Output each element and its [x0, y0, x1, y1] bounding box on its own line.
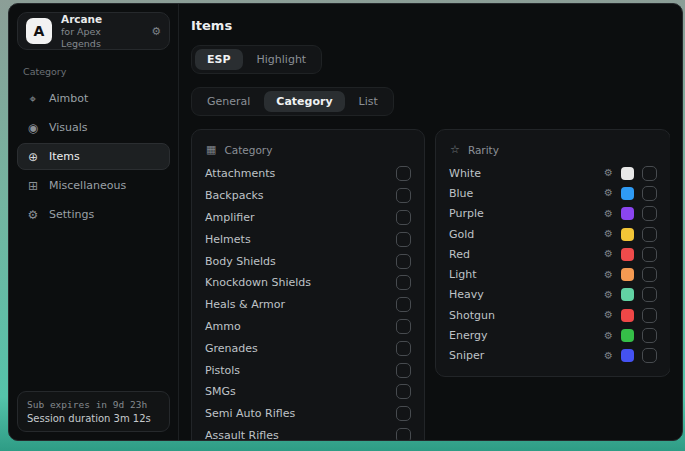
- miscellaneous-grid-icon: ⊞: [26, 179, 40, 193]
- rarity-row: Purple ⚙: [449, 204, 657, 224]
- app-window: A Arcane for Apex Legends ⚙ Category ⌖ A…: [8, 3, 683, 441]
- rarity-settings-gear-icon[interactable]: ⚙: [604, 270, 613, 280]
- sub-expiry-text: Sub expires in 9d 23h: [27, 399, 160, 410]
- category-label: Grenades: [205, 342, 258, 355]
- rarity-color-swatch[interactable]: [621, 349, 634, 362]
- rarity-checkbox[interactable]: [642, 328, 657, 343]
- rarity-checkbox[interactable]: [642, 227, 657, 242]
- sidebar-item[interactable]: ⊕ Items: [17, 143, 170, 170]
- sidebar: A Arcane for Apex Legends ⚙ Category ⌖ A…: [9, 4, 178, 440]
- visuals-eye-icon: ◉: [26, 121, 40, 135]
- category-row: Helmets: [205, 228, 411, 250]
- category-label: Attachments: [205, 167, 275, 180]
- rarity-checkbox[interactable]: [642, 206, 657, 221]
- rarity-label: Shotgun: [449, 309, 495, 322]
- rarity-label: Heavy: [449, 288, 484, 301]
- rarity-checkbox[interactable]: [642, 247, 657, 262]
- category-checkbox[interactable]: [396, 363, 411, 378]
- rarity-color-swatch[interactable]: [621, 268, 634, 281]
- rarity-star-icon: ☆: [450, 143, 460, 156]
- category-row: Assault Rifles: [205, 425, 411, 440]
- page-title: Items: [191, 18, 670, 33]
- rarity-color-swatch[interactable]: [621, 207, 634, 220]
- category-checkbox[interactable]: [396, 384, 411, 399]
- category-label: Pistols: [205, 364, 240, 377]
- category-checkbox[interactable]: [396, 275, 411, 290]
- category-checkbox[interactable]: [396, 406, 411, 421]
- category-checkbox[interactable]: [396, 297, 411, 312]
- sidebar-item[interactable]: ⚙ Settings: [17, 201, 170, 228]
- rarity-settings-gear-icon[interactable]: ⚙: [604, 331, 613, 341]
- rarity-row: Heavy ⚙: [449, 285, 657, 305]
- category-checkbox[interactable]: [396, 210, 411, 225]
- rarity-color-swatch[interactable]: [621, 228, 634, 241]
- sidebar-item[interactable]: ⌖ Aimbot: [17, 85, 170, 112]
- brand-gear-icon[interactable]: ⚙: [151, 25, 161, 38]
- category-label: Heals & Armor: [205, 298, 285, 311]
- category-grid-icon: ▦: [206, 143, 216, 156]
- mode-tab-label: Highlight: [257, 53, 307, 66]
- rarity-checkbox[interactable]: [642, 308, 657, 323]
- rarity-label: White: [449, 167, 481, 180]
- rarity-checkbox[interactable]: [642, 267, 657, 282]
- sidebar-item-label: Miscellaneous: [49, 179, 126, 192]
- category-row: Grenades: [205, 337, 411, 359]
- view-tabs: General Category List: [191, 87, 394, 116]
- category-panel-title: Category: [224, 144, 272, 156]
- category-checkbox[interactable]: [396, 341, 411, 356]
- category-checkbox[interactable]: [396, 319, 411, 334]
- rarity-label: Energy: [449, 329, 488, 342]
- rarity-settings-gear-icon[interactable]: ⚙: [604, 290, 613, 300]
- category-checkbox[interactable]: [396, 188, 411, 203]
- view-tab[interactable]: General: [195, 91, 262, 112]
- rarity-row: Energy ⚙: [449, 325, 657, 345]
- category-checkbox[interactable]: [396, 232, 411, 247]
- category-row: Body Shields: [205, 250, 411, 272]
- rarity-checkbox[interactable]: [642, 186, 657, 201]
- rarity-color-swatch[interactable]: [621, 187, 634, 200]
- rarity-settings-gear-icon[interactable]: ⚙: [604, 188, 613, 198]
- session-duration-text: Session duration 3m 12s: [27, 413, 160, 424]
- mode-tab[interactable]: ESP: [195, 49, 243, 70]
- rarity-settings-gear-icon[interactable]: ⚙: [604, 351, 613, 361]
- category-label: Amplifier: [205, 211, 255, 224]
- sidebar-item[interactable]: ◉ Visuals: [17, 114, 170, 141]
- rarity-label: Gold: [449, 228, 474, 241]
- category-row: Attachments: [205, 163, 411, 185]
- rarity-checkbox[interactable]: [642, 166, 657, 181]
- rarity-row: Red ⚙: [449, 244, 657, 264]
- category-label: Ammo: [205, 320, 241, 333]
- rarity-color-swatch[interactable]: [621, 288, 634, 301]
- rarity-checkbox[interactable]: [642, 287, 657, 302]
- rarity-row: Light ⚙: [449, 264, 657, 284]
- category-label: Backpacks: [205, 189, 264, 202]
- sidebar-item-label: Items: [49, 150, 80, 163]
- view-tab[interactable]: List: [347, 91, 390, 112]
- sidebar-item[interactable]: ⊞ Miscellaneous: [17, 172, 170, 199]
- mode-tabs: ESP Highlight: [191, 45, 322, 74]
- items-target-icon: ⊕: [26, 150, 40, 164]
- category-label: SMGs: [205, 385, 236, 398]
- rarity-color-swatch[interactable]: [621, 309, 634, 322]
- rarity-settings-gear-icon[interactable]: ⚙: [604, 229, 613, 239]
- category-row: Heals & Armor: [205, 294, 411, 316]
- mode-tab-label: ESP: [207, 53, 231, 66]
- view-tab-label: General: [207, 95, 250, 108]
- mode-tab[interactable]: Highlight: [245, 49, 319, 70]
- rarity-settings-gear-icon[interactable]: ⚙: [604, 168, 613, 178]
- rarity-color-swatch[interactable]: [621, 248, 634, 261]
- category-checkbox[interactable]: [396, 166, 411, 181]
- rarity-settings-gear-icon[interactable]: ⚙: [604, 249, 613, 259]
- rarity-settings-gear-icon[interactable]: ⚙: [604, 310, 613, 320]
- view-tab[interactable]: Category: [264, 91, 344, 112]
- rarity-color-swatch[interactable]: [621, 167, 634, 180]
- rarity-checkbox[interactable]: [642, 348, 657, 363]
- category-checkbox[interactable]: [396, 428, 411, 440]
- category-row: Backpacks: [205, 185, 411, 207]
- rarity-label: Light: [449, 268, 476, 281]
- rarity-row: Shotgun ⚙: [449, 305, 657, 325]
- category-checkbox[interactable]: [396, 254, 411, 269]
- rarity-color-swatch[interactable]: [621, 329, 634, 342]
- category-label: Semi Auto Rifles: [205, 407, 295, 420]
- rarity-settings-gear-icon[interactable]: ⚙: [604, 209, 613, 219]
